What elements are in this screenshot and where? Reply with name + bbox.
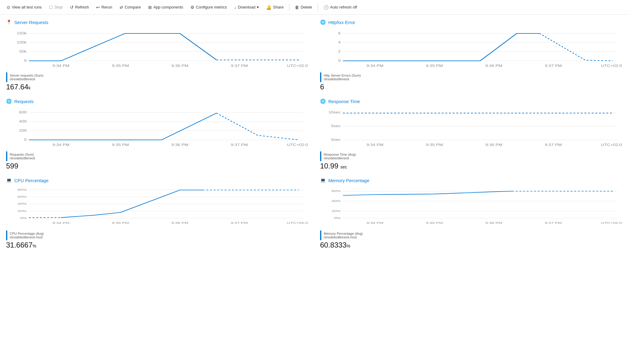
- svg-text:400: 400: [19, 120, 27, 123]
- svg-text:9:36 PM: 9:36 PM: [485, 221, 502, 224]
- download-icon: ↓: [234, 5, 236, 10]
- cpu-percentage-chart: 80% 60% 40% 20% 0% 9:34 PM 9:35 PM 9:36 …: [6, 185, 308, 228]
- svg-text:9:37 PM: 9:37 PM: [545, 143, 562, 147]
- svg-text:9:36 PM: 9:36 PM: [171, 64, 188, 68]
- svg-text:600: 600: [19, 111, 27, 114]
- share-button[interactable]: 🔔 Share: [263, 3, 287, 12]
- svg-text:9:37 PM: 9:37 PM: [545, 221, 562, 224]
- svg-text:9:34 PM: 9:34 PM: [366, 221, 383, 224]
- svg-text:9:34 PM: 9:34 PM: [52, 143, 69, 147]
- svg-text:UTC+02:00: UTC+02:00: [287, 143, 308, 147]
- memory-percentage-icon: 💻: [320, 178, 326, 183]
- svg-text:9:37 PM: 9:37 PM: [231, 64, 248, 68]
- svg-text:0%: 0%: [334, 217, 341, 220]
- share-icon: 🔔: [266, 5, 271, 10]
- svg-text:0: 0: [24, 59, 26, 63]
- svg-text:9:35 PM: 9:35 PM: [426, 143, 443, 147]
- compare-button[interactable]: ⇄ Compare: [117, 3, 144, 12]
- svg-text:UTC+02:00: UTC+02:00: [287, 221, 308, 224]
- configure-metrics-icon: ⚙: [190, 5, 194, 10]
- legend-bar: [6, 151, 7, 161]
- svg-text:9:35 PM: 9:35 PM: [112, 143, 129, 147]
- cpu-percentage-legend: CPU Percentage (Avg) ntnodebottleneck-ho…: [6, 231, 308, 249]
- rerun-button[interactable]: ↩ Rerun: [93, 3, 115, 12]
- svg-text:9:37 PM: 9:37 PM: [231, 143, 248, 147]
- configure-metrics-button[interactable]: ⚙ Configure metrics: [187, 3, 230, 12]
- memory-percentage-chart: 60% 40% 20% 0% 9:34 PM 9:35 PM 9:36 PM 9…: [320, 185, 622, 228]
- http5xx-title: 🌐 Http5xx Error: [320, 19, 622, 25]
- requests-card: 🌐 Requests 600 400 200 0 9:34 PM 9:35 PM…: [6, 99, 308, 170]
- svg-text:0sec: 0sec: [331, 138, 341, 142]
- app-components-button[interactable]: ⊞ App components: [145, 3, 186, 12]
- refresh-icon: ↺: [70, 5, 74, 10]
- cpu-percentage-title: 💻 CPU Percentage: [6, 178, 308, 183]
- requests-chart: 600 400 200 0 9:34 PM 9:35 PM 9:36 PM 9:…: [6, 106, 308, 149]
- svg-text:9:34 PM: 9:34 PM: [366, 64, 383, 68]
- response-time-icon: 🌐: [320, 99, 326, 104]
- toolbar: ⊙ View all test runs ☐ Stop ↺ Refresh ↩ …: [0, 0, 628, 15]
- server-requests-title: 📍 Server Requests: [6, 19, 308, 25]
- view-all-button[interactable]: ⊙ View all test runs: [4, 3, 45, 12]
- stop-button[interactable]: ☐ Stop: [46, 3, 66, 12]
- refresh-button[interactable]: ↺ Refresh: [67, 3, 92, 12]
- svg-text:9:35 PM: 9:35 PM: [426, 64, 443, 68]
- http5xx-card: 🌐 Http5xx Error 6 4 2 0 9:34 PM 9:35 PM …: [320, 19, 622, 91]
- svg-text:9:36 PM: 9:36 PM: [485, 64, 502, 68]
- memory-percentage-title: 💻 Memory Percentage: [320, 178, 622, 183]
- memory-percentage-card: 💻 Memory Percentage 60% 40% 20% 0% 9:34 …: [320, 178, 622, 249]
- svg-text:UTC+02:00: UTC+02:00: [601, 143, 622, 147]
- cpu-percentage-icon: 💻: [6, 178, 12, 183]
- legend-bar: [320, 231, 321, 240]
- legend-bar: [320, 72, 321, 82]
- response-time-chart: 10sec 5sec 0sec 9:34 PM 9:35 PM 9:36 PM …: [320, 106, 622, 149]
- legend-bar: [6, 72, 7, 82]
- svg-text:9:36 PM: 9:36 PM: [171, 143, 188, 147]
- svg-text:40%: 40%: [332, 199, 341, 203]
- download-button[interactable]: ↓ Download ▾: [231, 3, 262, 12]
- delete-button[interactable]: 🗑 Delete: [292, 3, 315, 12]
- svg-text:4: 4: [338, 41, 340, 44]
- svg-text:10sec: 10sec: [329, 111, 341, 114]
- svg-text:20%: 20%: [332, 210, 341, 213]
- requests-icon: 🌐: [6, 99, 12, 104]
- svg-text:UTC+02:00: UTC+02:00: [287, 64, 308, 68]
- server-requests-card: 📍 Server Requests 150k 100k 50k 0 9:34 P…: [6, 19, 308, 91]
- legend-bar: [6, 231, 7, 240]
- separator: [289, 4, 289, 11]
- http5xx-icon: 🌐: [320, 19, 326, 25]
- svg-text:9:35 PM: 9:35 PM: [112, 221, 129, 224]
- svg-text:9:36 PM: 9:36 PM: [485, 143, 502, 147]
- cpu-percentage-card: 💻 CPU Percentage 80% 60% 40% 20% 0% 9:34…: [6, 178, 308, 249]
- rerun-icon: ↩: [96, 5, 100, 10]
- main-content: 📍 Server Requests 150k 100k 50k 0 9:34 P…: [0, 15, 628, 364]
- server-requests-chart: 150k 100k 50k 0 9:34 PM 9:35 PM 9:36 PM …: [6, 27, 308, 70]
- svg-text:5sec: 5sec: [331, 124, 341, 128]
- svg-text:9:35 PM: 9:35 PM: [426, 221, 443, 224]
- svg-text:9:34 PM: 9:34 PM: [52, 221, 69, 224]
- separator2: [318, 4, 318, 11]
- svg-text:20%: 20%: [18, 210, 27, 213]
- svg-text:0: 0: [338, 59, 340, 63]
- view-all-icon: ⊙: [7, 5, 10, 10]
- delete-icon: 🗑: [295, 5, 299, 10]
- http5xx-chart: 6 4 2 0 9:34 PM 9:35 PM 9:36 PM 9:37 PM …: [320, 27, 622, 70]
- auto-refresh-button[interactable]: 🕐 Auto refresh off: [320, 3, 360, 12]
- svg-text:60%: 60%: [18, 195, 27, 198]
- svg-text:0: 0: [24, 138, 26, 142]
- svg-text:9:37 PM: 9:37 PM: [231, 221, 248, 224]
- requests-title: 🌐 Requests: [6, 99, 308, 104]
- stop-icon: ☐: [49, 5, 53, 10]
- svg-text:150k: 150k: [17, 32, 27, 35]
- response-time-title: 🌐 Response Time: [320, 99, 622, 104]
- legend-bar: [320, 151, 321, 161]
- svg-text:2: 2: [338, 50, 340, 54]
- download-chevron-icon: ▾: [257, 5, 259, 9]
- app-components-icon: ⊞: [148, 5, 152, 10]
- charts-grid: 📍 Server Requests 150k 100k 50k 0 9:34 P…: [6, 19, 622, 249]
- svg-text:50k: 50k: [19, 50, 27, 54]
- svg-text:80%: 80%: [18, 188, 27, 191]
- svg-text:0%: 0%: [20, 217, 27, 220]
- svg-text:UTC+02:00: UTC+02:00: [601, 221, 622, 224]
- svg-text:200: 200: [19, 129, 27, 133]
- svg-text:9:36 PM: 9:36 PM: [171, 221, 188, 224]
